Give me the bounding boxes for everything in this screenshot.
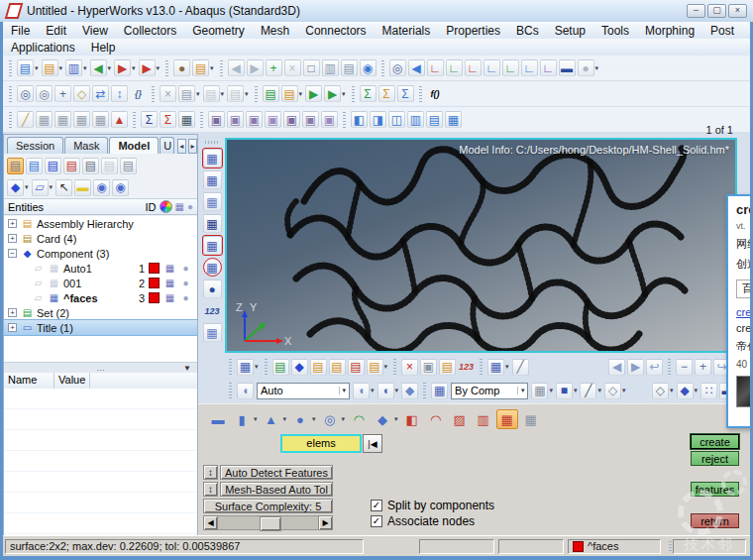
tab-model[interactable]: Model (109, 137, 159, 154)
free-rotate-icon[interactable]: {} (130, 85, 147, 102)
mesh-wire-icon[interactable]: ▦ (203, 236, 222, 255)
delete-page-icon[interactable]: × (284, 59, 301, 76)
display-cube-icon[interactable]: ▦ (175, 201, 184, 212)
geom-torus-dropdown-arrow[interactable]: ▾ (342, 415, 346, 423)
features-button[interactable]: features (691, 482, 739, 497)
mask-sum-blue-icon[interactable]: Σ (141, 111, 158, 128)
folder-stack-icon[interactable]: ▤ (120, 158, 137, 174)
save-model-dropdown-arrow[interactable]: ▾ (83, 64, 87, 72)
menu-item-tools[interactable]: Tools (593, 23, 637, 39)
shaded-cube-dropdown-arrow[interactable]: ▾ (574, 387, 578, 394)
delete-icon[interactable]: × (401, 359, 418, 376)
display-shell-icon[interactable]: ● (187, 201, 193, 212)
title-bar[interactable]: Untitled - HyperWorks v13.0 - Abaqus (St… (0, 0, 753, 22)
name-column-header[interactable]: Name (4, 373, 54, 389)
slider-right-arrow[interactable] (318, 515, 333, 530)
surf-wire-icon[interactable]: ▦ (520, 409, 542, 429)
screen-view-icon[interactable]: ▬ (559, 59, 576, 76)
geom-plate-icon[interactable]: ◆ (372, 409, 393, 429)
tab-utility[interactable]: U (160, 137, 174, 154)
import-dropdown-arrow[interactable]: ▾ (108, 64, 112, 72)
transparent-diamond-dropdown-arrow[interactable]: ▾ (622, 387, 626, 394)
view-zy-icon[interactable]: ∟ (521, 59, 538, 76)
view-forward-icon[interactable]: ▶ (627, 359, 644, 376)
cut-icon[interactable]: × (160, 85, 176, 102)
menu-item-morphing[interactable]: Morphing (637, 23, 702, 39)
menu-item-properties[interactable]: Properties (438, 23, 508, 39)
mesh-window-dropdown-arrow[interactable]: ▾ (255, 363, 259, 371)
geometry-solid-1-icon[interactable]: ▦ (36, 111, 53, 128)
record-video-icon[interactable]: ▣ (302, 111, 319, 128)
flat-diamond-dropdown-arrow[interactable]: ▾ (670, 387, 674, 394)
saved-view-dropdown-arrow[interactable]: ▾ (595, 64, 599, 72)
sum-export-icon[interactable]: Σ (397, 85, 414, 102)
tab-scroll-right-button[interactable] (188, 139, 197, 154)
tree-row-component[interactable]: Component (3) (4, 246, 197, 261)
popup-search-button[interactable]: 百 (736, 280, 753, 298)
view-zx-icon[interactable]: ∟ (484, 59, 500, 76)
mesh-sphere-icon[interactable]: ▦ (203, 258, 222, 277)
add-page-icon[interactable]: + (266, 59, 282, 76)
color-wheel-icon[interactable] (160, 200, 172, 213)
flat-diamond-icon[interactable]: ◇ (652, 383, 669, 399)
feature-line-dropdown-arrow[interactable]: ▾ (597, 387, 601, 394)
eye-single-icon[interactable]: ◉ (112, 179, 129, 196)
wireframe-cube-dropdown-arrow[interactable]: ▾ (549, 387, 553, 394)
open-model-dropdown-arrow[interactable]: ▾ (59, 64, 63, 72)
tile-windows-1-icon[interactable]: ◧ (351, 111, 368, 128)
menu-item-post[interactable]: Post (702, 23, 742, 39)
copy-dropdown-arrow[interactable]: ▾ (196, 90, 200, 98)
slider-thumb[interactable] (260, 516, 281, 531)
geom-plane-icon[interactable]: ▬ (207, 409, 229, 429)
saved-view-icon[interactable]: ● (578, 59, 594, 76)
split-window-h-icon[interactable]: ▥ (322, 59, 339, 76)
return-button[interactable]: return (691, 513, 739, 528)
tree-row-assembly[interactable]: Assembly Hierarchy (4, 216, 197, 231)
surface-shaded-edges-icon[interactable]: ◖ (377, 383, 394, 399)
collector-axis-icon[interactable]: ▤ (367, 359, 383, 376)
geometry-solid-2-icon[interactable]: ▦ (54, 111, 71, 128)
mesh-color-icon[interactable]: ▦ (431, 383, 448, 399)
view-yx-icon[interactable]: ∟ (446, 59, 463, 76)
zoom-minus-icon[interactable]: − (676, 359, 693, 376)
tree-row-set[interactable]: Set (2) (4, 305, 197, 320)
surf-ribbed-icon[interactable]: ▨ (449, 409, 471, 429)
mesh-shaded-icon[interactable]: ▦ (203, 214, 222, 233)
split-by-components-checkbox[interactable] (371, 500, 382, 511)
surface-complexity-label[interactable]: Surface Complexity: 5 (203, 499, 333, 513)
create-button[interactable]: create (691, 434, 739, 449)
collector-cube-icon[interactable]: ◆ (291, 359, 308, 376)
card-edit-icon[interactable]: ▤ (439, 359, 456, 376)
shaded-cube-icon[interactable]: ■ (556, 383, 573, 399)
feature-mode-stepper[interactable] (203, 465, 218, 480)
view-undo-icon[interactable]: ↩ (646, 359, 663, 376)
tab-scroll-left-button[interactable] (177, 139, 186, 154)
menu-item-mesh[interactable]: Mesh (253, 23, 297, 39)
color-swatch[interactable] (149, 292, 160, 303)
geometry-solid-3-icon[interactable]: ▦ (73, 111, 90, 128)
folder-dim-icon[interactable]: ▤ (101, 158, 118, 174)
new-model-icon[interactable]: ▤ (17, 59, 34, 76)
view-iso-icon[interactable]: ∟ (540, 59, 557, 76)
zoom-dynamic-icon[interactable]: ◎ (36, 85, 53, 102)
export-icon[interactable]: ▶ (114, 59, 131, 76)
collapse-panel-icon[interactable]: ▼ (183, 364, 191, 373)
geometry-prism-icon[interactable]: ▲ (111, 111, 128, 128)
geom-cylinder-dropdown-arrow[interactable]: ▾ (254, 415, 258, 423)
import-icon[interactable]: ◀ (90, 59, 107, 76)
menu-item-bcs[interactable]: BCs (508, 23, 547, 39)
menu-item-geometry[interactable]: Geometry (184, 23, 253, 39)
tree-row-auto1[interactable]: Auto1 1 (4, 261, 197, 276)
geom-sphere-dropdown-arrow[interactable]: ▾ (312, 415, 316, 423)
menu-item-view[interactable]: View (74, 23, 116, 39)
save-image-icon[interactable]: ▣ (208, 111, 225, 128)
collector-axis-dropdown-arrow[interactable]: ▾ (384, 363, 388, 371)
paste-icon[interactable]: ▤ (203, 85, 220, 102)
mesh-style-icon[interactable] (163, 278, 176, 288)
export-ppt-icon[interactable]: ▶ (139, 59, 156, 76)
tolerance-mode-stepper[interactable] (203, 482, 218, 497)
expand-icon[interactable] (8, 219, 17, 228)
mesh-export-icon[interactable]: ▦ (203, 170, 222, 189)
user-profile-icon[interactable]: ● (173, 59, 190, 76)
capture-region-icon[interactable]: ▣ (246, 111, 263, 128)
